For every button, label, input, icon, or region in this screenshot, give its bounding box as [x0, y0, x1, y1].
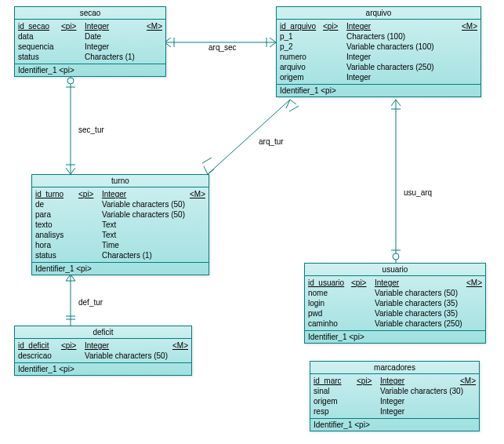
attr-type: Variable characters (35): [375, 308, 463, 318]
attr-name: numero: [280, 52, 323, 62]
attr-name: status: [35, 250, 78, 260]
entity-identifier: Identifier_1 <pi>: [32, 263, 208, 275]
attr-name: de: [35, 199, 78, 209]
entity-title: marcadores: [310, 362, 479, 374]
attr-type: Text: [102, 220, 187, 230]
rel-label-arq-tur: arq_tur: [259, 137, 284, 146]
entity-title: arquivo: [277, 7, 480, 20]
attr-type: Characters (100): [346, 31, 459, 42]
attr-type: Integer: [380, 376, 457, 386]
attr-name: sequencia: [18, 42, 61, 52]
attr-name: p_2: [280, 42, 323, 52]
attr-m: <M>: [187, 189, 205, 199]
attr-type: Date: [85, 31, 143, 42]
entity-attributes: id_marc<pi>Integer<M> sinalVariable char…: [310, 374, 479, 419]
entity-secao: secao id_secao<pi>Integer<M> dataDate se…: [14, 6, 166, 77]
attr-name: status: [18, 52, 61, 62]
svg-point-4: [67, 78, 74, 84]
attr-pi: <pi>: [323, 21, 346, 31]
attr-type: Variable characters (50): [85, 351, 169, 361]
attr-type: Integer: [85, 21, 143, 31]
attr-name: sinal: [314, 386, 357, 396]
attr-type: Variable characters (100): [346, 42, 459, 52]
attr-m: <M>: [463, 278, 482, 288]
entity-deficit: deficit id_deficit<pi>Integer<M> descric…: [14, 326, 192, 376]
attr-name: arquivo: [280, 62, 323, 72]
entity-title: secao: [15, 7, 165, 20]
attr-name: id_marc: [314, 376, 357, 386]
entity-identifier: Identifier_1 <pi>: [305, 331, 485, 343]
attr-name: id_arquivo: [280, 21, 323, 31]
attr-name: id_deficit: [18, 340, 61, 351]
attr-pi: <pi>: [78, 189, 102, 199]
entity-attributes: id_arquivo<pi>Integer<M> p_1Characters (…: [277, 20, 480, 85]
attr-m: <M>: [143, 21, 162, 31]
attr-name: texto: [35, 220, 78, 230]
attr-type: Variable characters (50): [375, 288, 463, 298]
entity-title: usuario: [305, 264, 485, 276]
entity-arquivo: arquivo id_arquivo<pi>Integer<M> p_1Char…: [276, 6, 481, 97]
attr-type: Integer: [380, 396, 457, 406]
attr-pi: <pi>: [61, 340, 85, 351]
attr-name: nome: [308, 288, 351, 298]
attr-name: id_secao: [18, 21, 61, 31]
attr-pi: <pi>: [351, 278, 375, 288]
entity-attributes: id_usuario<pi>Integer<M> nomeVariable ch…: [305, 276, 485, 331]
rel-label-sec-tur: sec_tur: [78, 126, 104, 134]
entity-identifier: Identifier_1 <pi>: [277, 85, 480, 96]
entity-marcadores: marcadores id_marc<pi>Integer<M> sinalVa…: [310, 361, 480, 431]
attr-name: analisys: [35, 230, 78, 240]
attr-name: data: [18, 31, 61, 42]
entity-attributes: id_turno<pi>Integer<M> deVariable charac…: [32, 187, 208, 263]
attr-name: para: [35, 209, 78, 220]
attr-type: Integer: [85, 340, 169, 351]
entity-attributes: id_deficit<pi>Integer<M> descricaoVariab…: [15, 339, 191, 363]
attr-type: Variable characters (50): [102, 199, 187, 209]
entity-title: deficit: [15, 326, 191, 339]
attr-name: hora: [35, 240, 78, 250]
attr-type: Integer: [346, 72, 459, 82]
attr-name: origem: [280, 72, 323, 82]
attr-type: Variable characters (35): [375, 298, 463, 308]
entity-attributes: id_secao<pi>Integer<M> dataDate sequenci…: [15, 20, 165, 64]
entity-title: turno: [32, 175, 208, 187]
svg-line-8: [289, 106, 299, 111]
attr-type: Integer: [380, 406, 457, 417]
attr-name: id_usuario: [308, 278, 351, 288]
attr-name: caminho: [308, 318, 351, 329]
attr-type: Variable characters (250): [375, 318, 463, 329]
attr-type: Time: [102, 240, 187, 250]
attr-type: Characters (1): [85, 52, 143, 62]
attr-type: Characters (1): [102, 250, 187, 260]
rel-label-def-tur: def_tur: [78, 298, 103, 307]
svg-line-9: [202, 158, 212, 163]
attr-name: origem: [314, 396, 357, 406]
attr-type: Text: [102, 230, 187, 240]
attr-name: p_1: [280, 31, 323, 42]
attr-name: login: [308, 298, 351, 308]
entity-turno: turno id_turno<pi>Integer<M> deVariable …: [31, 174, 209, 275]
attr-type: Integer: [102, 189, 187, 199]
svg-point-12: [393, 253, 399, 260]
entity-identifier: Identifier_1 <pi>: [310, 419, 479, 431]
attr-m: <M>: [169, 340, 188, 351]
attr-type: Integer: [346, 52, 459, 62]
attr-name: descricao: [18, 351, 61, 361]
attr-pi: <pi>: [61, 21, 85, 31]
attr-name: resp: [314, 406, 357, 417]
rel-label-arq-sec: arq_sec: [208, 43, 237, 52]
entity-usuario: usuario id_usuario<pi>Integer<M> nomeVar…: [304, 263, 486, 344]
attr-type: Variable characters (250): [346, 62, 459, 72]
entity-identifier: Identifier_1 <pi>: [15, 64, 165, 76]
entity-identifier: Identifier_1 <pi>: [15, 363, 191, 375]
attr-type: Variable characters (50): [102, 209, 187, 220]
rel-label-usu-arq: usu_arq: [404, 188, 432, 197]
attr-type: Integer: [375, 278, 463, 288]
attr-pi: <pi>: [357, 376, 380, 386]
attr-name: pwd: [308, 308, 351, 318]
attr-type: Variable characters (30): [380, 386, 463, 396]
attr-name: id_turno: [35, 189, 78, 199]
attr-m: <M>: [457, 376, 476, 386]
attr-type: Integer: [85, 42, 143, 52]
attr-m: <M>: [459, 21, 477, 31]
